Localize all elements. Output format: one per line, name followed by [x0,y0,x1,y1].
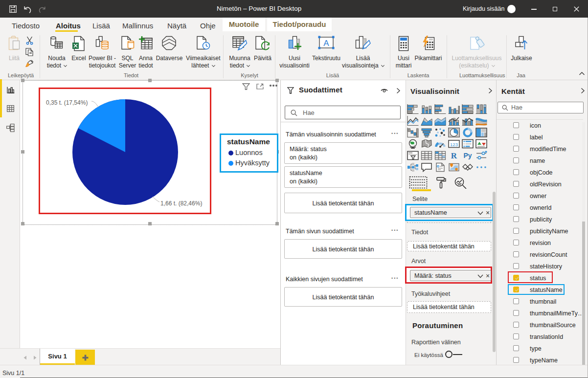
svg-text:R: R [451,151,457,160]
svg-text:A: A [323,39,329,48]
svg-text:Py: Py [463,152,472,159]
svg-text:123: 123 [450,142,458,147]
